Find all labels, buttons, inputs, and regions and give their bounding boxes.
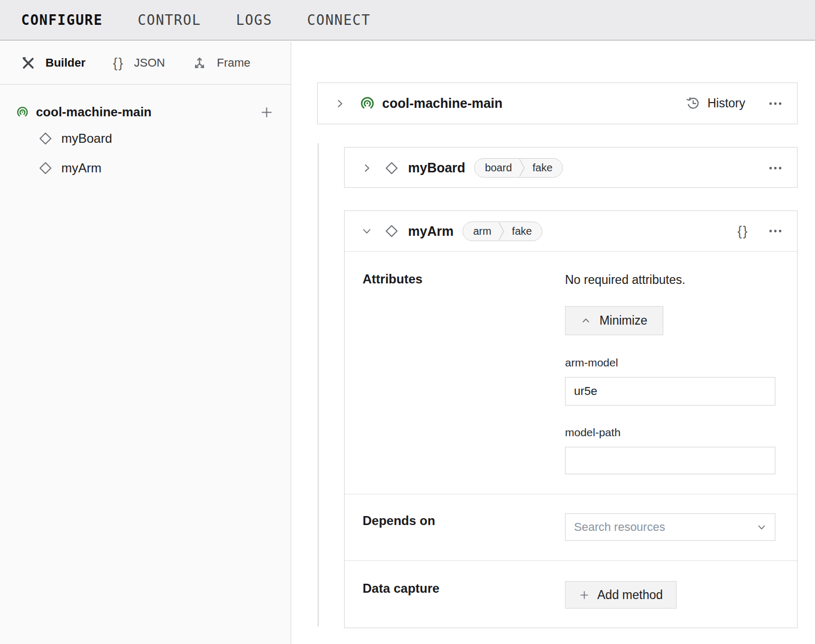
braces-icon: {} <box>113 56 124 71</box>
minimize-button[interactable]: Minimize <box>565 306 663 335</box>
diamond-icon <box>384 224 399 238</box>
sidebar: Builder {} JSON Frame <box>0 42 291 644</box>
data-capture-section-label: Data capture <box>363 581 439 595</box>
plus-icon <box>579 590 590 601</box>
tree-guide-line <box>318 143 319 627</box>
machine-card-title: cool-machine-main <box>382 96 503 111</box>
board-model: fake <box>526 162 563 174</box>
tree-machine-name: cool-machine-main <box>36 105 152 119</box>
resource-tree: cool-machine-main myBoard <box>0 85 291 183</box>
top-navigation: CONFIGURE CONTROL LOGS CONNECT <box>0 0 815 41</box>
attributes-section: Attributes No required attributes. Minim… <box>345 252 797 494</box>
tab-logs[interactable]: LOGS <box>236 12 272 28</box>
tree-item-machine[interactable]: cool-machine-main <box>16 100 291 124</box>
depends-on-select[interactable] <box>565 513 775 541</box>
tree-myarm-name: myArm <box>61 161 101 176</box>
arm-json-button[interactable]: {} <box>737 224 748 239</box>
attributes-section-label: Attributes <box>363 272 422 286</box>
arm-card: myArm arm fake {} <box>344 210 798 628</box>
board-menu-button[interactable] <box>767 164 783 172</box>
diamond-icon <box>38 161 53 176</box>
depends-on-section-label: Depends on <box>363 513 435 528</box>
arm-model: fake <box>505 225 542 237</box>
add-method-button[interactable]: Add method <box>565 581 677 609</box>
tree-myboard-name: myBoard <box>61 131 112 146</box>
no-required-attributes-note: No required attributes. <box>565 272 775 288</box>
arm-type: arm <box>463 225 498 237</box>
add-method-label: Add method <box>597 588 663 602</box>
diamond-icon <box>38 131 53 146</box>
arm-model-field-label: arm-model <box>565 356 775 370</box>
badge-divider-chevron <box>498 222 505 241</box>
tab-builder-label: Builder <box>45 56 86 70</box>
history-button[interactable]: History <box>686 96 745 111</box>
arm-type-model-badge: arm fake <box>462 222 542 241</box>
search-resources-input[interactable] <box>565 513 775 541</box>
chevron-up-icon <box>581 316 591 326</box>
model-path-field-label: model-path <box>565 426 775 439</box>
tab-builder[interactable]: Builder <box>21 56 86 70</box>
tab-frame[interactable]: Frame <box>192 56 251 70</box>
machine-card: cool-machine-main History <box>317 82 798 124</box>
board-type-model-badge: board fake <box>474 158 563 178</box>
depends-on-section: Depends on <box>345 494 797 560</box>
machine-menu-button[interactable] <box>767 99 783 108</box>
arm-model-input[interactable] <box>565 377 775 406</box>
chevron-down-icon[interactable] <box>361 225 373 237</box>
machine-icon <box>359 96 375 112</box>
tab-json-label: JSON <box>134 56 165 70</box>
app-window: CONFIGURE CONTROL LOGS CONNECT Builder {… <box>0 0 815 644</box>
tree-item-myboard[interactable]: myBoard <box>16 124 291 153</box>
main-panel: cool-machine-main History <box>292 42 815 644</box>
chevron-right-icon[interactable] <box>334 98 346 109</box>
add-component-button[interactable] <box>260 105 274 119</box>
machine-icon <box>16 106 29 119</box>
arm-menu-button[interactable] <box>767 227 783 235</box>
board-type: board <box>475 162 518 174</box>
history-icon <box>686 96 700 111</box>
model-path-input[interactable] <box>565 447 775 474</box>
tab-frame-label: Frame <box>217 56 251 70</box>
tree-item-myarm[interactable]: myArm <box>16 153 291 183</box>
diamond-icon <box>384 161 399 176</box>
builder-icon <box>21 56 35 70</box>
badge-divider-chevron <box>519 159 526 177</box>
arm-card-title: myArm <box>408 224 453 239</box>
frame-icon <box>192 56 207 70</box>
tab-control[interactable]: CONTROL <box>137 12 201 28</box>
board-card-title: myBoard <box>408 160 465 176</box>
sidebar-view-tabs: Builder {} JSON Frame <box>0 42 291 85</box>
minimize-label: Minimize <box>599 314 647 328</box>
tab-connect[interactable]: CONNECT <box>307 12 371 28</box>
board-card: myBoard board fake <box>344 147 798 188</box>
chevron-right-icon[interactable] <box>361 162 373 174</box>
data-capture-section: Data capture Add method <box>345 560 797 628</box>
tab-json[interactable]: {} JSON <box>113 56 165 71</box>
tab-configure[interactable]: CONFIGURE <box>21 12 103 28</box>
history-label: History <box>707 96 745 111</box>
